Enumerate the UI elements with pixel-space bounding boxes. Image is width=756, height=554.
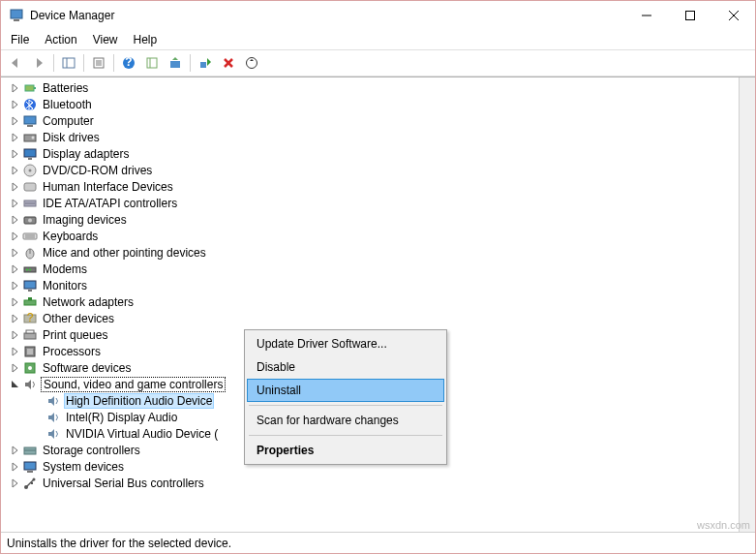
svg-rect-45 [24,281,36,289]
expand-arrow-icon[interactable] [9,81,22,95]
expand-arrow-icon[interactable] [9,230,22,243]
tree-category-label: Imaging devices [41,213,129,227]
toolbar-separator [83,54,84,72]
tree-device-label: Intel(R) Display Audio [64,411,179,424]
expand-arrow-icon[interactable] [9,262,22,276]
expand-arrow-icon[interactable] [9,197,22,210]
show-hide-console-button[interactable] [58,52,79,74]
expand-arrow-icon[interactable] [9,361,22,375]
expand-arrow-icon[interactable] [9,131,22,144]
svg-rect-1 [14,19,19,21]
tree-category-other[interactable]: ?Other devices [5,310,739,326]
mice-icon [22,245,38,261]
menu-view[interactable]: View [93,33,118,46]
tree-category-network[interactable]: Network adapters [5,293,739,310]
menu-help[interactable]: Help [134,33,158,46]
svg-rect-60 [27,471,33,473]
expand-arrow-icon[interactable] [9,246,22,260]
tree-category-label: Storage controllers [41,444,142,457]
maximize-button[interactable] [668,1,711,30]
tree-category-disk-drives[interactable]: Disk drives [5,129,739,145]
tree-category-display-adapters[interactable]: Display adapters [5,145,739,162]
expand-arrow-icon[interactable] [9,98,22,111]
tree-device-label: High Definition Audio Device [64,393,214,409]
help-button[interactable]: ? [118,52,139,74]
minimize-button[interactable] [624,1,668,30]
titlebar: Device Manager [1,1,755,30]
tree-category-keyboards[interactable]: Keyboards [5,228,739,244]
tree-category-mice[interactable]: Mice and other pointing devices [5,244,739,261]
tree-category-bluetooth[interactable]: Bluetooth [5,96,739,112]
tree-category-ide-ata[interactable]: IDE ATA/ATAPI controllers [5,195,739,211]
context-menu-uninstall[interactable]: Uninstall [247,379,444,402]
tree-category-label: System devices [41,460,126,474]
tree-category-dvd-cd-rom[interactable]: DVD/CD-ROM drives [5,162,739,178]
menubar: File Action View Help [1,30,755,49]
svg-rect-16 [170,61,180,68]
context-menu-scan[interactable]: Scan for hardware changes [247,409,444,432]
properties-button[interactable] [88,52,109,74]
svg-rect-37 [23,233,37,239]
uninstall-button[interactable] [218,52,239,74]
back-button[interactable] [5,52,26,74]
svg-rect-25 [27,125,33,127]
svg-rect-0 [11,10,22,18]
context-menu-properties[interactable]: Properties [247,439,444,462]
collapse-arrow-icon[interactable] [9,378,22,391]
expand-arrow-icon[interactable] [9,213,22,227]
expand-arrow-icon[interactable] [9,345,22,358]
tree-category-monitors[interactable]: Monitors [5,277,739,293]
toolbar: ? [1,49,755,77]
context-menu-update[interactable]: Update Driver Software... [247,332,444,355]
expand-arrow-icon[interactable] [9,460,22,474]
svg-rect-3 [685,12,694,20]
svg-point-36 [28,218,32,222]
forward-button[interactable] [28,52,49,74]
tree-category-usb[interactable]: Universal Serial Bus controllers [5,475,739,491]
svg-rect-21 [25,85,34,91]
tree-category-label: Other devices [41,312,116,325]
tree-category-hid[interactable]: Human Interface Devices [5,178,739,195]
menu-file[interactable]: File [11,33,29,46]
expand-arrow-icon[interactable] [9,279,22,292]
svg-rect-47 [24,300,36,305]
tree-category-imaging[interactable]: Imaging devices [5,211,739,228]
svg-rect-59 [24,462,36,470]
statusbar: Uninstalls the driver for the selected d… [1,532,755,553]
expand-arrow-icon[interactable] [9,477,22,490]
vertical-scrollbar[interactable] [739,77,755,532]
tree-category-label: Batteries [41,81,90,95]
svg-rect-51 [24,333,36,339]
expand-arrow-icon[interactable] [9,295,22,309]
context-menu-disable[interactable]: Disable [247,355,444,379]
window-buttons [624,1,755,30]
menu-action[interactable]: Action [45,33,76,46]
close-button[interactable] [711,1,755,30]
svg-text:?: ? [27,311,34,324]
tree-category-modems[interactable]: Modems [5,261,739,277]
scan-hardware-button[interactable] [241,52,262,74]
tree-category-batteries[interactable]: Batteries [5,79,739,96]
toolbar-separator [53,54,54,72]
display-adapters-icon [22,146,38,162]
disk-drives-icon [22,130,38,145]
tree-category-computer[interactable]: Computer [5,112,739,129]
ide-ata-icon [22,196,38,211]
update-driver-button[interactable] [165,52,186,74]
expand-arrow-icon[interactable] [9,164,22,177]
enable-device-button[interactable] [195,52,216,74]
status-text: Uninstalls the driver for the selected d… [7,537,231,550]
expand-arrow-icon[interactable] [9,180,22,194]
speaker-icon [45,410,61,425]
expand-arrow-icon[interactable] [9,328,22,342]
action-button[interactable] [141,52,163,74]
svg-rect-24 [24,116,36,124]
expand-arrow-icon[interactable] [9,114,22,128]
batteries-icon [22,80,38,96]
storage-icon [22,443,38,458]
expand-arrow-icon[interactable] [9,444,22,457]
usb-icon [22,476,38,491]
system-icon [22,459,38,475]
expand-arrow-icon[interactable] [9,147,22,161]
expand-arrow-icon[interactable] [9,312,22,325]
